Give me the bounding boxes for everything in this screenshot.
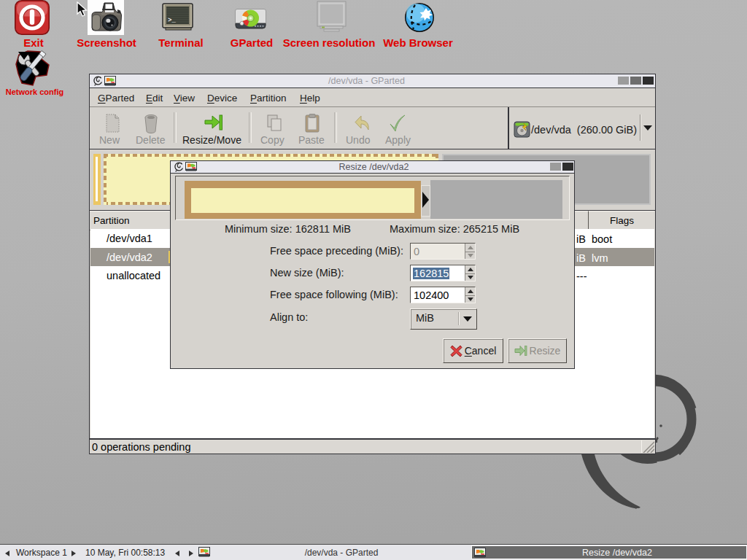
svg-text:>_: >_ xyxy=(168,17,176,24)
